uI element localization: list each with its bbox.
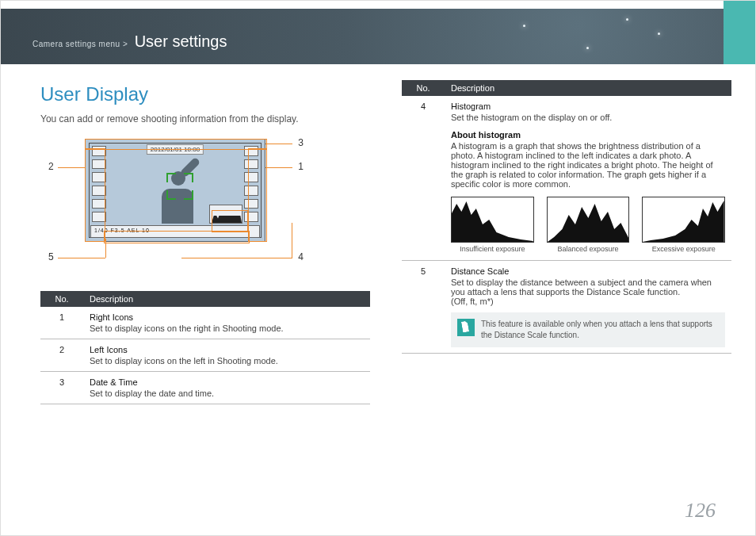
table-row: 3 Date & TimeSet to display the date and… bbox=[40, 372, 370, 404]
table-row: 5 Distance Scale Set to display the dist… bbox=[402, 261, 731, 354]
callout-1: 1 bbox=[298, 161, 304, 172]
left-description-table: No. Description 1 Right IconsSet to disp… bbox=[40, 291, 370, 404]
th-desc: Description bbox=[445, 80, 731, 96]
intro-text: You can add or remove shooting informati… bbox=[40, 113, 370, 124]
right-description-table: No. Description 4 Histogram Set the hist… bbox=[402, 80, 731, 354]
th-desc: Description bbox=[83, 291, 370, 307]
note-icon bbox=[457, 319, 475, 336]
histogram-balanced bbox=[547, 197, 630, 243]
histogram-excessive bbox=[642, 197, 725, 243]
page-number: 126 bbox=[685, 499, 716, 523]
table-row: 1 Right IconsSet to display icons on the… bbox=[40, 307, 370, 339]
th-no: No. bbox=[40, 291, 83, 307]
callout-2: 2 bbox=[48, 161, 54, 172]
camera-display-illustration: 2012/01/01 10:00 1/40 F3. bbox=[48, 136, 334, 278]
section-title: User Display bbox=[40, 83, 370, 105]
header-band: Camera settings menu > User settings bbox=[1, 9, 724, 64]
table-row: 2 Left IconsSet to display icons on the … bbox=[40, 339, 370, 372]
note-callout: This feature is available only when you … bbox=[451, 312, 725, 347]
breadcrumb-prefix: Camera settings menu > bbox=[32, 40, 128, 48]
callout-3: 3 bbox=[298, 137, 304, 148]
side-accent bbox=[724, 1, 755, 64]
callout-4: 4 bbox=[298, 251, 304, 262]
subject-silhouette bbox=[154, 167, 201, 224]
callout-5: 5 bbox=[48, 251, 54, 262]
left-column: User Display You can add or remove shoot… bbox=[40, 80, 370, 511]
breadcrumb-title: User settings bbox=[135, 33, 227, 50]
right-column: No. Description 4 Histogram Set the hist… bbox=[402, 80, 731, 511]
table-row: 4 Histogram Set the histogram on the dis… bbox=[402, 96, 731, 261]
histogram-insufficient bbox=[451, 197, 534, 243]
th-no: No. bbox=[402, 80, 445, 96]
